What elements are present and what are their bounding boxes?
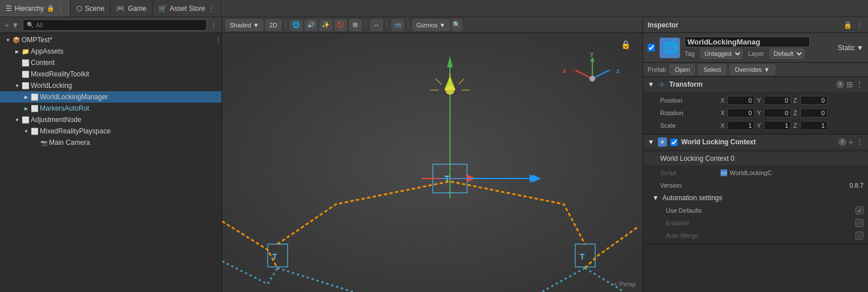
camera-icon-btn[interactable]: 📹 [391,19,404,31]
inspector-panel: Inspector 🔒 ⋮ 🌐 WorldLockingManag Tag Un… [643,17,868,292]
object-active-checkbox[interactable] [648,44,655,51]
scene-search-icon-btn[interactable]: 🔍 [452,19,462,31]
wl-active-checkbox[interactable] [670,139,678,146]
prefab-overrides-button[interactable]: Overrides ▼ [730,64,775,75]
tree-item-maincamera[interactable]: 📷 Main Camera [0,137,222,148]
scale-x-input[interactable] [727,121,755,130]
tree-item-adjustmentnode[interactable]: ⬜ AdjustmentNode [0,114,222,125]
2d-label: 2D [269,22,277,29]
scene-tab[interactable]: ⬡ Scene [71,0,110,17]
appassets-label: AppAssets [31,47,63,55]
tree-item-content[interactable]: ⬜ Content [0,57,222,68]
prefab-bar: Prefab Open Select Overrides ▼ [643,63,868,77]
worldlocking-label: WorldLocking [31,82,72,90]
scale-y-input[interactable] [764,121,791,130]
static-chevron-icon[interactable]: ▼ [857,44,863,52]
automation-settings-header[interactable]: ▼ Automation settings [643,192,868,204]
automation-body: Use Defaults Enabled Auto Merge [643,204,868,242]
scale-z-input[interactable] [800,121,828,130]
tree-item-worldlockingmanager[interactable]: ⬜ WorldLockingManager [0,91,222,103]
rotation-label: Rotation [660,110,717,116]
game-tab[interactable]: 🎮 Game [110,0,153,17]
object-name[interactable]: WorldLockingManag [685,36,810,47]
scene-viewport[interactable]: T T T [222,33,642,292]
grid-icon-btn[interactable]: ⊞ [349,19,362,31]
tree-item-markersautorot[interactable]: ⬜ MarkersAutoRot [0,103,222,114]
cube-icon-mrps: ⬜ [31,127,39,135]
prefab-label: Prefab [648,66,666,73]
persp-label: < Persp [614,281,636,287]
layer-dropdown[interactable]: Default [769,48,804,59]
wl-help-icon[interactable]: ? [838,138,846,146]
position-y-input[interactable] [764,96,791,105]
automation-expand-icon: ▼ [652,194,659,202]
version-value: 0.8.7 [850,182,863,189]
tree-item-worldlocking[interactable]: ⬜ WorldLocking [0,80,222,91]
hierarchy-search-input[interactable] [36,22,203,29]
position-row: Position X Y Z [643,94,868,107]
scene-icon: ⬡ [76,5,82,13]
wl-overflow-icon[interactable]: ⋮ [855,137,863,147]
hierarchy-search-box[interactable]: 🔍 [23,19,207,31]
hierarchy-tab-label: Hierarchy [15,5,44,13]
enabled-checkbox[interactable] [855,219,863,227]
hierarchy-tab-overflow-icon[interactable]: ⋮ [58,5,64,13]
shading-dropdown[interactable]: Shaded ▼ [226,19,263,31]
auto-merge-row: Auto Merge [643,229,868,242]
hierarchy-tab[interactable]: ☰ Hierarchy 🔒 ⋮ [0,0,71,17]
asset-store-icon: 🛒 [158,5,167,13]
hierarchy-add-icon[interactable]: + ▼ [5,21,19,30]
prefab-select-button[interactable]: Select [698,64,726,75]
inspector-lock-icon[interactable]: 🔒 [844,21,852,29]
tag-dropdown[interactable]: Untagged [701,48,743,59]
asset-store-tab[interactable]: 🛒 Asset Store ⋮ [153,0,221,17]
use-defaults-checkbox[interactable] [855,206,863,214]
rotation-x-input[interactable] [727,108,755,117]
world-locking-header[interactable]: ▼ # World Locking Context ? + ⋮ [643,135,868,149]
position-x-input[interactable] [727,96,755,105]
script-value: C# WorldLockingC [720,169,772,176]
tree-item-root[interactable]: 📦 OMPTest* ⋮ [0,34,222,46]
auto-merge-checkbox[interactable] [855,232,863,240]
tree-item-appassets[interactable]: 📁 AppAssets [0,46,222,57]
transform-header[interactable]: ▼ ⊹ Transform ? ⊞ ⋮ [643,77,868,92]
use-defaults-label: Use Defaults [666,207,852,214]
tree-item-mrt[interactable]: ⬜ MixedRealityToolkit [0,68,222,80]
auto-merge-label: Auto Merge [666,232,852,239]
hierarchy-content: 📦 OMPTest* ⋮ 📁 AppAssets ⬜ Content ⬜ Mix… [0,33,222,292]
static-badge: Static ▼ [838,44,863,52]
position-z-coord: Z [793,96,828,105]
layer-label: Layer [748,50,764,57]
root-overflow-icon[interactable]: ⋮ [215,36,222,44]
rotation-z-input[interactable] [800,108,828,117]
fx-icon-btn[interactable]: ✨ [320,19,332,31]
prefab-open-button[interactable]: Open [669,64,695,75]
no-go-icon-btn[interactable]: 🚫 [334,19,347,31]
game-icon: 🎮 [116,5,125,13]
hierarchy-overflow-icon[interactable]: ⋮ [210,21,217,29]
tree-item-mrps[interactable]: ⬜ MixedRealityPlayspace [0,125,222,137]
mrps-label: MixedRealityPlayspace [40,127,110,135]
move-icon-btn[interactable]: ↔ [370,19,383,31]
position-x-coord: X [720,96,755,105]
cube-icon-wlm: ⬜ [31,93,39,101]
rotation-y-input[interactable] [764,108,791,117]
transform-settings-icon[interactable]: ⊞ [846,80,853,89]
wl-add-icon[interactable]: + [849,137,853,147]
globe-icon-btn[interactable]: 🌐 [290,19,302,31]
gizmos-dropdown[interactable]: Gizmos ▼ [412,19,449,31]
scene-tab-label: Scene [85,5,104,13]
svg-text:x: x [563,67,567,74]
2d-toggle[interactable]: 2D [265,19,281,31]
an-label: AdjustmentNode [31,116,81,124]
asset-store-overflow-icon[interactable]: ⋮ [208,5,215,13]
tree-arrow-wlm [23,94,30,100]
audio-icon-btn[interactable]: 🔊 [305,19,317,31]
wl-context-name-row: World Locking Context 0 [643,152,868,165]
position-z-input[interactable] [800,96,828,105]
transform-overflow-icon[interactable]: ⋮ [855,80,863,89]
scale-y-coord: Y [757,121,791,130]
inspector-overflow-icon[interactable]: ⋮ [855,21,863,30]
position-y-coord: Y [757,96,791,105]
transform-help-icon[interactable]: ? [836,80,844,88]
